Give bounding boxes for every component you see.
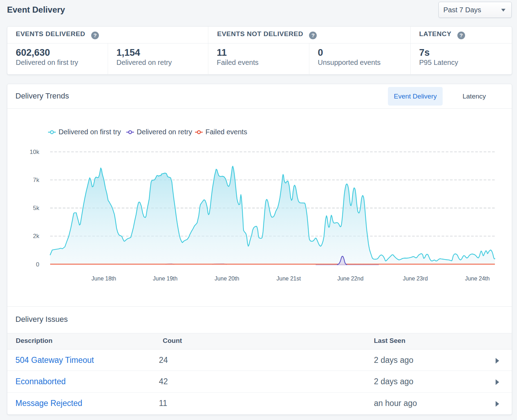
svg-text:June 20th: June 20th [215,276,239,282]
svg-text:June 18th: June 18th [92,276,116,282]
svg-text:10k: 10k [30,149,40,155]
svg-text:June 21st: June 21st [276,276,301,282]
svg-text:5k: 5k [33,205,39,211]
svg-text:7k: 7k [33,177,39,183]
svg-text:June 24th: June 24th [465,276,490,282]
svg-text:June 19th: June 19th [153,276,177,282]
svg-text:June 23rd: June 23rd [403,276,428,282]
svg-text:0: 0 [36,261,39,268]
svg-text:June 22nd: June 22nd [337,276,364,282]
svg-text:2k: 2k [33,233,39,239]
